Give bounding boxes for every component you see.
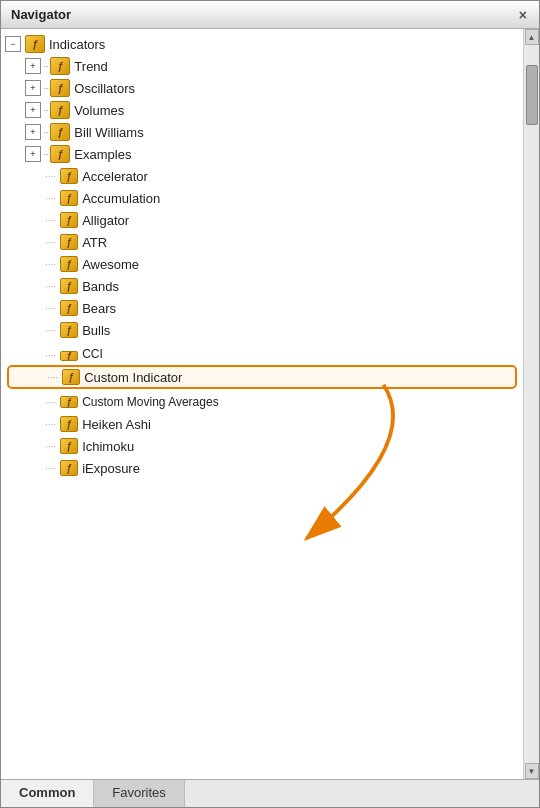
folder-icon-examples: ƒ [50, 145, 70, 163]
icon-ichimoku: ƒ [60, 438, 78, 454]
tree-item-atr[interactable]: ···· ƒ ATR [1, 231, 523, 253]
label-accumulation: Accumulation [82, 191, 160, 206]
tree-container: − ƒ Indicators + ··· ƒ Trend + ··· ƒ Osc… [1, 29, 539, 779]
tree-item-bands[interactable]: ···· ƒ Bands [1, 275, 523, 297]
label-alligator: Alligator [82, 213, 129, 228]
folder-icon-trend: ƒ [50, 57, 70, 75]
label-ichimoku: Ichimoku [82, 439, 134, 454]
tab-favorites[interactable]: Favorites [94, 780, 184, 807]
icon-heiken-ashi: ƒ [60, 416, 78, 432]
folder-icon-indicators: ƒ [25, 35, 45, 53]
expand-indicators[interactable]: − [5, 36, 21, 52]
tree-item-bears[interactable]: ···· ƒ Bears [1, 297, 523, 319]
folder-icon-oscillators: ƒ [50, 79, 70, 97]
tree-item-accelerator[interactable]: ···· ƒ Accelerator [1, 165, 523, 187]
label-oscillators: Oscillators [74, 81, 135, 96]
expand-examples[interactable]: + [25, 146, 41, 162]
tree-item-oscillators[interactable]: + ··· ƒ Oscillators [1, 77, 523, 99]
label-iexposure: iExposure [82, 461, 140, 476]
tree-item-awesome[interactable]: ···· ƒ Awesome [1, 253, 523, 275]
label-bands: Bands [82, 279, 119, 294]
label-accelerator: Accelerator [82, 169, 148, 184]
icon-bulls: ƒ [60, 322, 78, 338]
expand-oscillators[interactable]: + [25, 80, 41, 96]
tab-common[interactable]: Common [1, 780, 94, 807]
tree-item-custom-moving-averages[interactable]: ···· ƒ Custom Moving Averages [1, 391, 523, 413]
tree-item-cci[interactable]: ···· ƒ CCI [1, 341, 523, 363]
expand-bill-williams[interactable]: + [25, 124, 41, 140]
scroll-up-button[interactable]: ▲ [525, 29, 539, 45]
tree-content: − ƒ Indicators + ··· ƒ Trend + ··· ƒ Osc… [1, 29, 523, 779]
scrollbar-track[interactable] [525, 45, 539, 763]
icon-cci: ƒ [60, 351, 78, 361]
icon-accumulation: ƒ [60, 190, 78, 206]
title-bar: Navigator × [1, 1, 539, 29]
label-custom-moving-averages: Custom Moving Averages [82, 395, 219, 409]
expand-volumes[interactable]: + [25, 102, 41, 118]
navigator-window: Navigator × − ƒ Indicators + ··· ƒ Trend… [0, 0, 540, 808]
tree-item-indicators[interactable]: − ƒ Indicators [1, 33, 523, 55]
tree-item-accumulation[interactable]: ···· ƒ Accumulation [1, 187, 523, 209]
scrollbar[interactable]: ▲ ▼ [523, 29, 539, 779]
folder-icon-bill-williams: ƒ [50, 123, 70, 141]
icon-custom-moving-averages: ƒ [60, 396, 78, 408]
tree-item-trend[interactable]: + ··· ƒ Trend [1, 55, 523, 77]
icon-custom-indicator: ƒ [62, 369, 80, 385]
tree-item-volumes[interactable]: + ··· ƒ Volumes [1, 99, 523, 121]
label-examples: Examples [74, 147, 131, 162]
tree-item-bulls[interactable]: ···· ƒ Bulls [1, 319, 523, 341]
label-custom-indicator: Custom Indicator [84, 370, 182, 385]
label-awesome: Awesome [82, 257, 139, 272]
tree-item-alligator[interactable]: ···· ƒ Alligator [1, 209, 523, 231]
icon-awesome: ƒ [60, 256, 78, 272]
label-atr: ATR [82, 235, 107, 250]
scrollbar-thumb[interactable] [526, 65, 538, 125]
label-indicators: Indicators [49, 37, 105, 52]
label-bill-williams: Bill Williams [74, 125, 143, 140]
label-volumes: Volumes [74, 103, 124, 118]
label-heiken-ashi: Heiken Ashi [82, 417, 151, 432]
folder-icon-volumes: ƒ [50, 101, 70, 119]
scroll-down-button[interactable]: ▼ [525, 763, 539, 779]
label-bulls: Bulls [82, 323, 110, 338]
icon-accelerator: ƒ [60, 168, 78, 184]
icon-alligator: ƒ [60, 212, 78, 228]
close-button[interactable]: × [517, 8, 529, 22]
tabs-bar: Common Favorites [1, 779, 539, 807]
tree-item-heiken-ashi[interactable]: ···· ƒ Heiken Ashi [1, 413, 523, 435]
icon-iexposure: ƒ [60, 460, 78, 476]
icon-bears: ƒ [60, 300, 78, 316]
label-bears: Bears [82, 301, 116, 316]
icon-atr: ƒ [60, 234, 78, 250]
tree-item-iexposure[interactable]: ···· ƒ iExposure [1, 457, 523, 479]
tree-item-ichimoku[interactable]: ···· ƒ Ichimoku [1, 435, 523, 457]
tree-item-custom-indicator[interactable]: ···· ƒ Custom Indicator [7, 365, 517, 389]
label-trend: Trend [74, 59, 107, 74]
tree-item-examples[interactable]: + ··· ƒ Examples [1, 143, 523, 165]
label-cci: CCI [82, 347, 103, 361]
expand-trend[interactable]: + [25, 58, 41, 74]
icon-bands: ƒ [60, 278, 78, 294]
tree-item-bill-williams[interactable]: + ··· ƒ Bill Williams [1, 121, 523, 143]
window-title: Navigator [11, 7, 71, 22]
